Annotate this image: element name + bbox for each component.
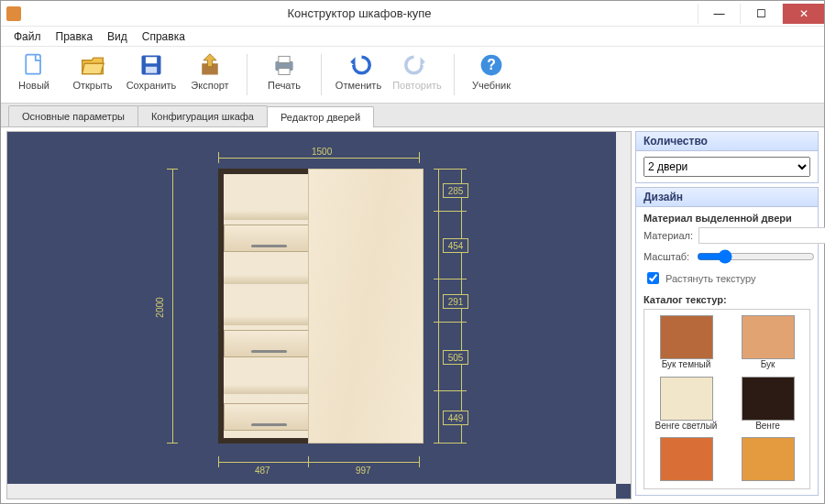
open-button[interactable]: Открыть (65, 50, 120, 99)
texture-catalog[interactable]: Бук темный Бук Венге светлый Венге (644, 309, 810, 489)
material-section-title: Материал выделенной двери (644, 213, 810, 224)
quantity-header: Количество (636, 132, 818, 151)
texture-swatch (742, 377, 795, 421)
texture-item[interactable] (732, 437, 804, 483)
scale-slider[interactable] (697, 249, 815, 264)
app-icon (6, 6, 21, 21)
menu-view[interactable]: Вид (100, 27, 135, 46)
toolbar-separator (454, 54, 455, 95)
dim-total-height: 2000 (155, 297, 165, 317)
texture-swatch (742, 315, 795, 359)
dim-seg-1: 285 (443, 183, 468, 198)
app-window: Конструктор шкафов-купе — ☐ ✕ Файл Правк… (0, 0, 825, 504)
menu-help[interactable]: Справка (135, 27, 192, 46)
texture-item[interactable]: Венге светлый (650, 377, 722, 433)
texture-swatch (742, 437, 795, 481)
minimize-button[interactable]: — (698, 4, 740, 24)
drawer (224, 403, 315, 431)
drawer (224, 330, 315, 357)
svg-rect-3 (146, 67, 157, 73)
sliding-door[interactable] (308, 169, 424, 444)
redo-button[interactable]: Повторить (390, 50, 445, 99)
door-count-select[interactable]: 2 двери (644, 157, 810, 177)
toolbar-separator (247, 54, 248, 95)
svg-rect-7 (279, 69, 290, 75)
undo-icon (346, 52, 371, 78)
dim-seg-3: 291 (443, 294, 468, 309)
titlebar: Конструктор шкафов-купе — ☐ ✕ (1, 1, 824, 27)
design-header: Дизайн (636, 188, 818, 207)
close-icon: ✕ (799, 7, 808, 20)
toolbar: Новый Открыть Сохранить Экспорт Печать О… (1, 47, 824, 104)
save-icon (138, 52, 164, 78)
stretch-checkbox[interactable] (647, 272, 659, 284)
maximize-button[interactable]: ☐ (740, 4, 782, 24)
new-button[interactable]: Новый (6, 50, 61, 99)
menu-file[interactable]: Файл (6, 27, 49, 46)
dim-seg-2: 454 (443, 238, 468, 253)
redo-icon (404, 52, 430, 78)
texture-swatch (660, 377, 713, 421)
drawer (224, 225, 315, 252)
side-panel: Количество 2 двери Дизайн Материал выдел… (635, 131, 819, 499)
svg-rect-6 (279, 56, 290, 62)
drawing-canvas[interactable]: 1500 2000 (6, 131, 632, 499)
window-title: Конструктор шкафов-купе (21, 6, 698, 20)
quantity-panel: Количество 2 двери (635, 131, 819, 183)
menubar: Файл Правка Вид Справка (1, 27, 824, 47)
export-button[interactable]: Экспорт (182, 50, 237, 99)
minimize-icon: — (714, 7, 725, 20)
open-icon (80, 52, 105, 78)
texture-item[interactable]: Бук темный (650, 315, 722, 371)
canvas-scrollbar-vertical[interactable] (616, 132, 631, 484)
tutorial-button[interactable]: ? Учебник (464, 50, 519, 99)
dim-bottom-right: 997 (356, 466, 371, 476)
texture-item[interactable]: Венге (732, 377, 804, 433)
tab-doors[interactable]: Редактор дверей (267, 106, 374, 127)
texture-swatch (660, 437, 713, 481)
material-input[interactable] (698, 227, 825, 244)
menu-edit[interactable]: Правка (49, 27, 101, 46)
stretch-label: Растянуть текстуру (666, 273, 755, 284)
tab-config[interactable]: Конфигурация шкафа (138, 105, 268, 126)
export-icon (197, 52, 223, 78)
print-icon (271, 52, 297, 78)
dim-bottom-left: 487 (255, 466, 270, 476)
help-icon: ? (478, 52, 504, 78)
texture-item[interactable] (650, 437, 722, 483)
maximize-icon: ☐ (756, 7, 766, 20)
new-icon (21, 52, 47, 78)
tab-basic[interactable]: Основные параметры (8, 105, 138, 126)
tab-bar: Основные параметры Конфигурация шкафа Ре… (1, 104, 824, 127)
texture-item[interactable]: Бук (732, 315, 804, 371)
canvas-scrollbar-horizontal[interactable] (7, 484, 616, 499)
print-button[interactable]: Печать (257, 50, 312, 99)
content-area: 1500 2000 (1, 127, 824, 503)
texture-swatch (660, 315, 713, 359)
svg-text:?: ? (487, 57, 496, 72)
design-panel: Дизайн Материал выделенной двери Материа… (635, 187, 819, 496)
save-button[interactable]: Сохранить (124, 50, 179, 99)
undo-button[interactable]: Отменить (331, 50, 386, 99)
close-button[interactable]: ✕ (782, 4, 824, 24)
catalog-label: Каталог текстур: (644, 294, 810, 305)
dim-total-width: 1500 (312, 147, 332, 157)
svg-rect-2 (146, 57, 157, 63)
toolbar-separator (321, 54, 322, 95)
dim-seg-5: 449 (443, 411, 468, 425)
material-label: Материал: (644, 230, 693, 241)
scale-label: Масштаб: (644, 251, 689, 262)
dim-seg-4: 505 (443, 350, 468, 365)
